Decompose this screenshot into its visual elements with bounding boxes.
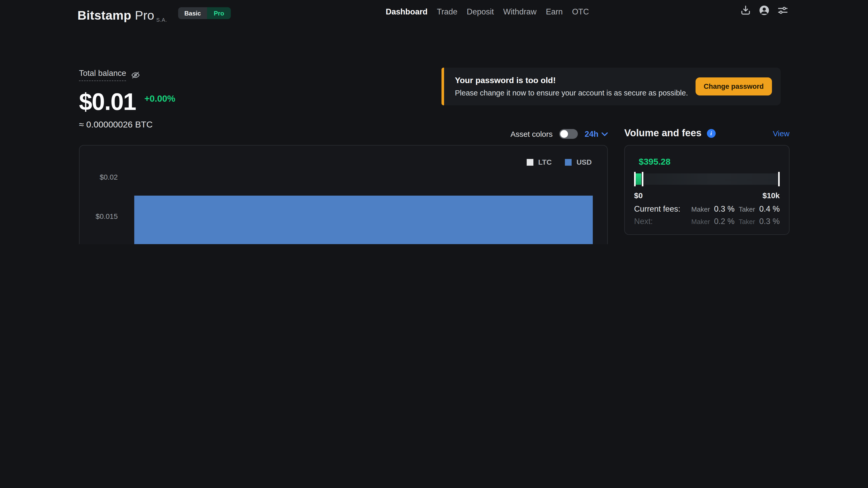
chart-controls: Asset colors 24h (510, 129, 608, 139)
balance-amount: $0.01 (79, 88, 136, 115)
legend-usd[interactable]: USD (565, 158, 592, 166)
nav-otc[interactable]: OTC (572, 7, 589, 17)
volume-fees-view-link[interactable]: View (773, 129, 790, 137)
volume-progress-bar (634, 172, 780, 186)
toggle-knob (560, 130, 568, 138)
nav-trade[interactable]: Trade (437, 7, 458, 17)
nav-deposit[interactable]: Deposit (467, 7, 494, 17)
password-warning-banner: Your password is too old! Please change … (441, 68, 781, 105)
banner-message: Please change it now to ensure your acco… (455, 89, 688, 97)
volume-fees-card: $395.28 $0 $10k Current fees: Maker 0.3 … (624, 145, 789, 235)
volume-tick-min (634, 172, 636, 186)
asset-colors-toggle[interactable] (559, 129, 578, 139)
current-fees-row: Current fees: Maker 0.3 % Taker 0.4 % (634, 204, 780, 214)
info-icon[interactable]: i (707, 129, 715, 137)
usd-area (134, 196, 593, 244)
balance-chart-card: LTC USD $0.02 $0.015 $0.01 $0.005 $0 12:… (79, 145, 608, 244)
timeframe-value: 24h (585, 129, 598, 138)
taker-label: Taker (739, 218, 755, 226)
total-balance-label: Total balance (79, 69, 126, 81)
next-fees-row: Next: Maker 0.2 % Taker 0.3 % (634, 217, 780, 226)
current-fees-label: Current fees: (634, 204, 680, 214)
download-icon[interactable] (740, 5, 751, 16)
nav-earn[interactable]: Earn (546, 7, 563, 17)
taker-fee: 0.4 % (759, 204, 780, 214)
next-fees-label: Next: (634, 217, 653, 226)
legend-usd-swatch (565, 159, 572, 165)
main-nav: Dashboard Trade Deposit Withdraw Earn OT… (386, 7, 589, 17)
nav-dashboard[interactable]: Dashboard (386, 7, 428, 17)
volume-progress-fill (636, 173, 641, 185)
y-axis-tick: $0.015 (82, 212, 118, 220)
legend-usd-label: USD (577, 158, 592, 166)
volume-tick-max (778, 172, 780, 186)
volume-range-min: $0 (634, 191, 643, 200)
timeframe-dropdown[interactable]: 24h (585, 129, 608, 138)
plan-toggle[interactable]: Basic Pro (178, 7, 231, 19)
logo-registered: S.A. (156, 17, 167, 23)
chevron-down-icon (601, 132, 608, 136)
nav-withdraw[interactable]: Withdraw (503, 7, 536, 17)
volume-fees-header: Volume and fees i View (624, 128, 789, 139)
bitstamp-logo[interactable]: BitstampProS.A. (78, 8, 167, 23)
volume-fees-title: Volume and fees (624, 128, 702, 139)
total-balance-block: Total balance $0.01 +0.00% ≈ 0.00000026 … (79, 69, 175, 130)
legend-ltc-swatch (527, 159, 534, 165)
banner-accent-bar (441, 68, 444, 105)
legend-ltc-label: LTC (538, 158, 552, 166)
maker-label: Maker (691, 218, 710, 226)
legend-ltc[interactable]: LTC (527, 158, 552, 166)
preferences-icon[interactable] (777, 5, 788, 16)
balance-change: +0.00% (144, 93, 175, 104)
plan-basic[interactable]: Basic (178, 7, 207, 19)
y-axis-tick: $0.02 (82, 173, 118, 181)
volume-range-max: $10k (763, 191, 780, 200)
plan-pro[interactable]: Pro (207, 7, 231, 19)
hide-balance-icon[interactable] (131, 70, 140, 79)
volume-progress-track (634, 173, 780, 185)
maker-fee: 0.3 % (714, 204, 735, 214)
taker-label: Taker (739, 205, 755, 213)
dashboard-page: BitstampProS.A. Basic Pro Dashboard Trad… (0, 0, 868, 244)
header-actions (740, 5, 788, 16)
maker-label: Maker (691, 205, 710, 213)
volume-amount: $395.28 (639, 157, 671, 167)
banner-title: Your password is too old! (455, 76, 688, 85)
account-icon[interactable] (758, 5, 770, 16)
logo-brand: Bitstamp (78, 8, 131, 22)
next-taker-fee: 0.3 % (759, 217, 780, 226)
logo-suffix: Pro (135, 8, 154, 22)
chart-legend: LTC USD (527, 158, 592, 166)
asset-colors-label: Asset colors (510, 130, 553, 138)
next-maker-fee: 0.2 % (714, 217, 735, 226)
balance-btc-equivalent: ≈ 0.00000026 BTC (79, 120, 175, 130)
change-password-button[interactable]: Change password (695, 77, 772, 96)
volume-tick-current (642, 172, 643, 186)
